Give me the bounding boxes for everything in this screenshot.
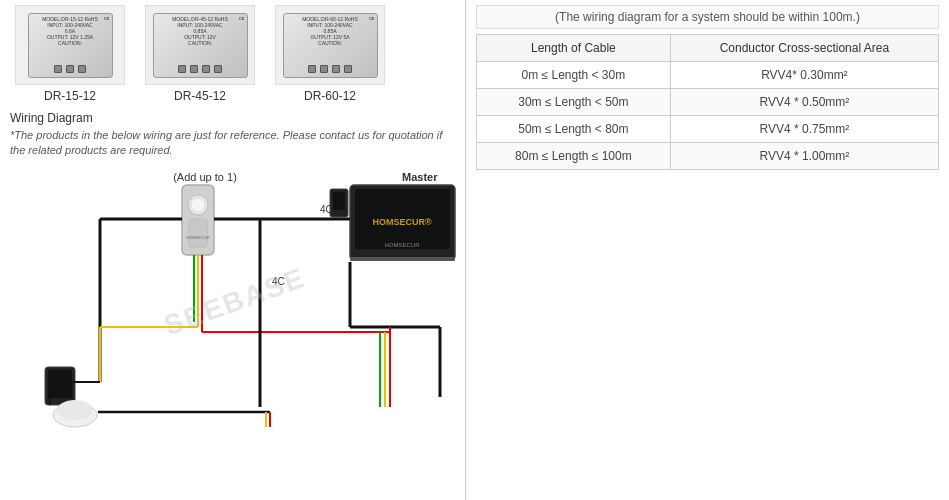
row4-length: 80m ≤ Length ≤ 100m	[477, 143, 671, 170]
svg-rect-13	[189, 219, 207, 247]
table-note: (The wiring diagram for a system should …	[476, 5, 939, 29]
product-dr-45-12: MODEL:DR-45-12 RoHS INPUT: 100-240VAC 0.…	[140, 5, 260, 103]
wiring-section: Wiring Diagram *The products in the belo…	[10, 111, 455, 437]
row4-area: RVV4 * 1.00mm²	[670, 143, 938, 170]
svg-point-18	[57, 400, 93, 420]
svg-text:HOMSECUR: HOMSECUR	[186, 235, 209, 240]
left-section: MODEL:DR-15-12 RoHS INPUT: 100-240VAC 0.…	[0, 0, 465, 500]
row1-length: 0m ≤ Length < 30m	[477, 62, 671, 89]
wiring-note: *The products in the below wiring are ju…	[10, 128, 455, 159]
row1-area: RVV4* 0.30mm²	[670, 62, 938, 89]
col1-header: Length of Cable	[477, 35, 671, 62]
row2-length: 30m ≤ Length < 50m	[477, 89, 671, 116]
product-image-dr-45-12: MODEL:DR-45-12 RoHS INPUT: 100-240VAC 0.…	[145, 5, 255, 85]
table-row: 80m ≤ Length ≤ 100m RVV4 * 1.00mm²	[477, 143, 939, 170]
cable-table: Length of Cable Conductor Cross-sectiona…	[476, 34, 939, 170]
svg-text:(Add up to 1): (Add up to 1)	[173, 171, 237, 183]
row3-length: 50m ≤ Length < 80m	[477, 116, 671, 143]
right-section: (The wiring diagram for a system should …	[465, 0, 949, 500]
table-row: 50m ≤ Length < 80m RVV4 * 0.75mm²	[477, 116, 939, 143]
wiring-diagram-svg: (Add up to 1) Master HOMSECUR® HOMSECUR	[10, 167, 460, 437]
svg-point-12	[191, 198, 205, 212]
main-container: MODEL:DR-15-12 RoHS INPUT: 100-240VAC 0.…	[0, 0, 949, 500]
product-name-dr-15-12: DR-15-12	[44, 89, 96, 103]
product-name-dr-45-12: DR-45-12	[174, 89, 226, 103]
products-row: MODEL:DR-15-12 RoHS INPUT: 100-240VAC 0.…	[10, 5, 455, 103]
row2-area: RVV4 * 0.50mm²	[670, 89, 938, 116]
wiring-title: Wiring Diagram	[10, 111, 455, 125]
svg-rect-9	[333, 192, 345, 210]
svg-text:Master: Master	[402, 171, 438, 183]
svg-text:4C: 4C	[320, 204, 333, 215]
table-row: 0m ≤ Length < 30m RVV4* 0.30mm²	[477, 62, 939, 89]
row3-area: RVV4 * 0.75mm²	[670, 116, 938, 143]
svg-text:4C: 4C	[272, 276, 285, 287]
product-dr-15-12: MODEL:DR-15-12 RoHS INPUT: 100-240VAC 0.…	[10, 5, 130, 103]
svg-text:HOMSECUR: HOMSECUR	[384, 242, 420, 248]
svg-rect-16	[48, 370, 72, 398]
diagram-container: (Add up to 1) Master HOMSECUR® HOMSECUR	[10, 167, 460, 437]
product-dr-60-12: MODEL:DR-60-12 RoHS INPUT: 100-240VAC 0.…	[270, 5, 390, 103]
svg-text:HOMSECUR®: HOMSECUR®	[372, 217, 432, 227]
table-row: 30m ≤ Length < 50m RVV4 * 0.50mm²	[477, 89, 939, 116]
product-name-dr-60-12: DR-60-12	[304, 89, 356, 103]
col2-header: Conductor Cross-sectional Area	[670, 35, 938, 62]
product-image-dr-60-12: MODEL:DR-60-12 RoHS INPUT: 100-240VAC 0.…	[275, 5, 385, 85]
product-image-dr-15-12: MODEL:DR-15-12 RoHS INPUT: 100-240VAC 0.…	[15, 5, 125, 85]
svg-rect-7	[350, 257, 455, 261]
